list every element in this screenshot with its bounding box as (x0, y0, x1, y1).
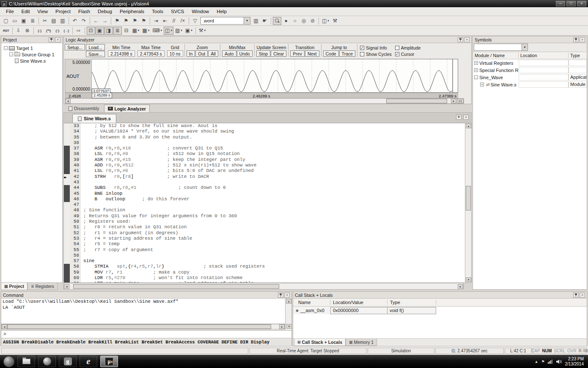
minimize-button[interactable]: ─ (556, 1, 565, 6)
step-out-button[interactable]: {↑} (53, 27, 62, 35)
editor-vscrollbar[interactable]: ▴ ▾ (465, 123, 471, 282)
code-line[interactable]: 33 ; by 512 to show the full sine wave. … (64, 123, 465, 129)
tab-project[interactable]: ▤ Project (1, 283, 27, 290)
checkbox-cursor[interactable]: ✓Cursor (395, 51, 421, 57)
scroll-right-icon[interactable]: ▸ (279, 324, 285, 329)
code-line[interactable]: 55; r7 = copy of argument (64, 247, 465, 253)
cut-button[interactable]: ✂ (41, 17, 49, 25)
tree-item-sine-wave-s[interactable]: Sine Wave.s (2, 58, 61, 64)
word-combo[interactable]: .word ▼ (201, 17, 250, 25)
symbols-filter-combo[interactable]: ▼ (474, 44, 528, 51)
run-to-line-button[interactable]: {→} (62, 27, 71, 35)
jump-to-end-icon[interactable]: |>| (457, 99, 464, 103)
code-line[interactable]: 38 LSL r0,r0,#9 ; x512 now in Q15 notati… (64, 151, 465, 157)
code-line[interactable]: 47 (64, 202, 465, 208)
taskbar-explorer-button[interactable] (17, 356, 35, 367)
setup-button[interactable]: Setup... (65, 44, 85, 50)
code-line[interactable]: 46 B outloop ; do this forever (64, 196, 465, 202)
symbol-row-sine-wave[interactable]: -Sine_WaveApplication (473, 74, 587, 81)
undo-button[interactable]: Undo (237, 50, 253, 57)
scroll-right-icon[interactable]: ▸ (451, 99, 456, 103)
symbol-row-sine-wave-s[interactable]: +⇄Sine Wave.sModule (473, 81, 587, 88)
save-button[interactable]: Save... (86, 51, 105, 57)
prev-button[interactable]: Prev (290, 50, 305, 57)
scroll-thumb[interactable] (7, 324, 271, 329)
kill-all-breakpoints-button[interactable]: ⊘ (308, 17, 317, 25)
pin-icon[interactable] (458, 37, 463, 42)
logic-analyzer-hscrollbar[interactable]: ◂ ▸ |>| (65, 98, 464, 104)
code-line[interactable]: 53; r4 = starting address of sine table (64, 236, 465, 241)
prev-bookmark-button[interactable]: ⚑ (122, 17, 130, 25)
tree-item-source-group-1[interactable]: -Source Group 1 (2, 51, 61, 58)
symbol-row-special-function-r-[interactable]: +Special Function R... (473, 66, 587, 74)
code-line[interactable]: 61 LDR r4,=sin_data ; load address of si… (64, 281, 465, 282)
menu-svcs[interactable]: SVCS (167, 8, 188, 15)
checkbox-signal-info[interactable]: ✓Signal Info (360, 44, 392, 51)
code-line[interactable]: 42 STRH r0,[r8] ; write to DACR (64, 174, 465, 180)
code-line[interactable]: 58 STMIA sp!,{r4,r5,r7,lr} ; stack used … (64, 264, 465, 269)
code-line[interactable]: 56 (64, 253, 465, 258)
combo-dropdown-icon[interactable]: ▼ (522, 44, 528, 50)
checkbox-amplitude[interactable]: Amplitude (395, 44, 421, 51)
stop-button[interactable]: ⊗ (23, 27, 32, 35)
close-icon[interactable]: × (55, 37, 60, 42)
code-line[interactable]: 40 ADD r0,r0,#512 ; 512 x sin(r1)+512 to… (64, 163, 465, 168)
clear-bookmarks-button[interactable]: ⚑ (140, 17, 148, 25)
symbols-window-button[interactable]: ◨ (104, 27, 113, 35)
speaker-icon[interactable] (556, 359, 562, 364)
code-line[interactable]: 49; Returns Q31 value for integer argume… (64, 213, 465, 219)
timeline[interactable]: 2.4528 2.46289 s 2.47389 s (65, 93, 458, 98)
show-next-statement-button[interactable]: ⇨ (74, 27, 83, 35)
load-button[interactable]: Load... (86, 44, 105, 50)
taskbar-clock[interactable]: 2:23 PM 2/13/2014 (565, 357, 584, 367)
new-file-button[interactable]: ▢ (2, 17, 10, 25)
in-button[interactable]: In (187, 50, 195, 57)
reset-cpu-button[interactable]: RST (2, 27, 11, 35)
disable-breakpoint-button[interactable]: ○ (291, 17, 299, 25)
code-line[interactable]: 37 ASR r0,r0,#16 ; convert Q31 to Q15 (64, 146, 465, 151)
code-area[interactable]: 33 ; by 512 to show the full sine wave. … (64, 123, 465, 282)
code-line[interactable]: 57sine (64, 258, 465, 264)
find-in-files-button[interactable]: ▥ (252, 17, 260, 25)
navigate-back-button[interactable]: ← (92, 17, 100, 25)
command-hscrollbar[interactable]: ◂ ▸ (1, 324, 285, 329)
callstack-row[interactable]: ◆__asm_0x00x00000000void f() (293, 307, 436, 314)
command-vscrollbar[interactable]: ▴ ▾ (285, 299, 291, 329)
scroll-thumb[interactable] (466, 186, 471, 210)
expander-icon[interactable]: - (474, 75, 478, 79)
tab-memory-1[interactable]: ▦ Memory 1 (346, 339, 377, 346)
code-line[interactable]: 60 LDR r5,=270 ; won't fit into rotation… (64, 275, 465, 281)
expander-icon[interactable]: - (9, 53, 13, 56)
close-icon[interactable]: × (464, 37, 470, 42)
step-into-button[interactable]: {↓} (36, 27, 44, 35)
checkbox-show-cycles[interactable]: Show Cycles (360, 51, 392, 57)
next-button[interactable]: Next (305, 50, 319, 57)
window-layout-button[interactable]: ◫▾ (321, 17, 330, 25)
menu-tools[interactable]: Tools (148, 8, 167, 15)
memory-windows-button[interactable]: ▦▾ (141, 27, 151, 35)
code-line[interactable]: 59 MOV r7, r1 ; make a copy (64, 270, 465, 275)
pin-icon[interactable] (278, 293, 283, 298)
command-input[interactable]: > (1, 330, 291, 338)
disassembly-window-button[interactable]: ▣ (96, 27, 104, 35)
signal-bars-icon[interactable] (548, 359, 553, 364)
expander-icon[interactable]: + (480, 83, 484, 86)
code-line[interactable]: 43 (64, 180, 465, 185)
waveform-plot[interactable] (92, 59, 458, 93)
undo-button[interactable]: ↶ (71, 17, 79, 25)
checkbox-icon[interactable] (395, 46, 399, 50)
close-icon[interactable]: × (580, 293, 585, 298)
auto-button[interactable]: Auto (222, 50, 236, 57)
save-all-button[interactable]: ≣ (28, 17, 37, 25)
scroll-right-icon[interactable]: ▸ (458, 284, 463, 289)
col-name[interactable]: Name (293, 300, 330, 305)
expander-icon[interactable]: - (4, 46, 8, 50)
serial-windows-button[interactable]: ⌨▾ (151, 27, 163, 35)
outdent-button[interactable]: ⇤ (161, 17, 169, 25)
tab-logic-analyzer[interactable]: ≈ Logic Analyzer (104, 105, 150, 112)
run-button[interactable]: ⇩ (14, 27, 23, 35)
network-icon[interactable]: ⚑ (541, 360, 544, 364)
code-line[interactable]: 39 ASR r0,r0,#15 ; keep the integer part… (64, 157, 465, 163)
menu-debug[interactable]: Debug (94, 8, 116, 15)
navigate-forward-button[interactable]: → (101, 17, 109, 25)
